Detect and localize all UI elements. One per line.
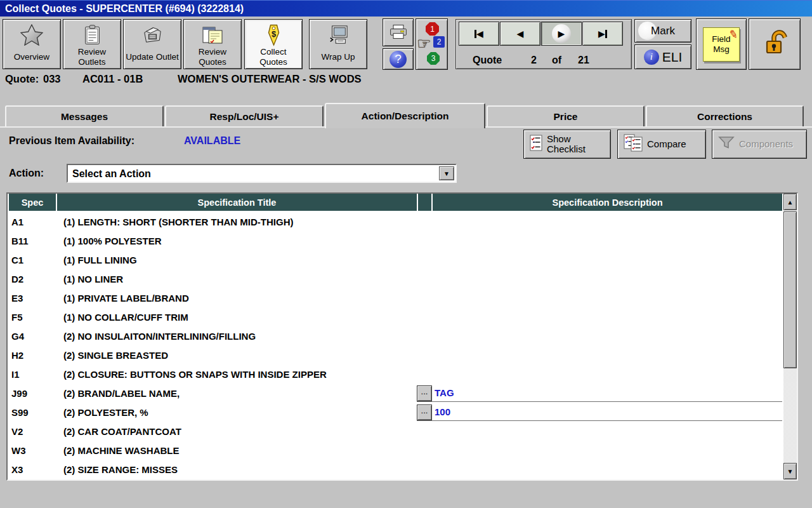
spec-title: (1) PRIVATE LABEL/BRAND [63,293,189,304]
spec-title: (1) NO COLLAR/CUFF TRIM [63,312,188,323]
first-icon-arrow: ◀ [476,29,483,39]
tab-messages[interactable]: Messages [5,105,164,126]
spec-title: (2) MACHINE WASHABLE [63,445,180,456]
pencil-icon: ✎ [728,27,738,41]
previous-quote-button[interactable]: ◀ [500,22,540,46]
action-dropdown[interactable]: Select an Action ▼ [67,164,457,183]
spec-description: 100 [435,406,450,417]
toolbar-button-label: Review Outlets [65,47,119,67]
overview-button[interactable]: Overview [3,19,61,69]
table-row[interactable]: D2 (1) NO LINER [8,269,782,288]
ellipsis-button[interactable]: ... [417,385,432,401]
table-row[interactable]: B11 (1) 100% POLYESTER [8,231,782,250]
spec-title: (2) CAR COAT/PANTCOAT [63,426,181,437]
quote-line-number: 033 [43,73,61,85]
spec-title: (1) NO LINER [63,274,123,284]
svg-text:$: $ [271,29,276,39]
title-bar[interactable]: Collect Quotes - SUPERCENTER (#694) (322… [0,0,812,17]
quote-navigation: ◀ ◀ ▶ ▶ Quote 2 of 21 [455,19,632,69]
tab-price[interactable]: Price [487,105,645,126]
table-row[interactable]: C1 (1) FULL LINING [8,250,782,269]
column-header-title: Specification Title [57,194,417,211]
toolbar-button-label: Review Quotes [185,47,240,67]
funnel-icon [718,136,735,152]
pointing-hand-icon: ☞ [417,34,431,53]
first-quote-button[interactable]: ◀ [459,22,499,46]
tab-action-description[interactable]: Action/Description [325,103,485,128]
table-row[interactable]: E3 (1) PRIVATE LABEL/BRAND [8,288,782,307]
spec-code: V2 [11,426,23,437]
mark-button[interactable]: Mark [634,19,691,43]
tab-label: Corrections [697,111,752,123]
last-quote-button[interactable]: ▶ [582,22,623,46]
column-header-description: Specification Description [433,194,782,211]
table-row[interactable]: J99 (2) BRAND/LABEL NAME, ... TAG [8,384,782,403]
table-row[interactable]: H2 (2) SINGLE BREASTED [8,345,782,364]
components-label: Components [739,139,793,150]
spec-code: D2 [11,274,23,284]
spec-code: B11 [11,236,29,246]
table-row[interactable]: I1 (2) CLOSURE: BUTTONS OR SNAPS WITH IN… [8,364,782,384]
review-quotes-button[interactable]: Review Quotes [183,19,242,69]
wrap-up-button[interactable]: Wrap Up [309,19,367,69]
table-row[interactable]: A1 (1) LENGTH: SHORT (SHORTER THAN MID-T… [8,212,782,231]
quote-counter-of: of [552,55,561,66]
ellipsis-button[interactable]: ... [417,404,432,420]
quote-counter-label: Quote [473,55,502,66]
components-button[interactable]: Components [712,130,807,159]
scroll-up-button[interactable]: ▲ [783,194,797,210]
vertical-scrollbar[interactable]: ▲ ▼ [783,194,797,479]
table-row[interactable]: F5 (1) NO COLLAR/CUFF TRIM [8,307,782,326]
tab-label: Messages [61,111,108,123]
prev-availability-label: Previous Item Availability: [9,135,134,147]
quote-counter-total: 21 [578,55,589,66]
update-outlet-button[interactable]: Update Outlet [123,19,181,69]
show-checklist-button[interactable]: Show Checklist [523,130,611,159]
chevron-down-icon[interactable]: ▼ [439,166,454,180]
spec-title: (2) BRAND/LABEL NAME, [63,388,180,399]
machine-icon [141,23,163,47]
computer-icon [327,23,349,47]
last-icon [605,30,607,38]
quote-line-code: AC011 - 01B [82,73,143,85]
compare-icon [624,134,643,154]
spec-code: E3 [11,293,23,304]
spec-table-rows: A1 (1) LENGTH: SHORT (SHORTER THAN MID-T… [8,212,782,479]
table-row[interactable]: W3 (2) MACHINE WASHABLE [8,441,782,460]
quote-line-label: Quote: [5,73,39,85]
spec-title: (1) LENGTH: SHORT (SHORTER THAN MID-THIG… [63,217,293,227]
help-button[interactable]: ? [383,48,414,70]
tab-label: Action/Description [362,110,449,122]
checklist-icon [530,135,542,154]
scroll-thumb[interactable] [783,211,797,368]
print-button[interactable] [383,18,414,46]
spec-code: G4 [11,331,24,342]
tab-resp-loc-uis[interactable]: Resp/Loc/UIS+ [165,105,324,126]
review-outlets-button[interactable]: Review Outlets [63,19,121,69]
spec-title: (1) 100% POLYESTER [63,236,162,246]
eli-button[interactable]: i ELI [634,44,691,69]
compare-button[interactable]: Compare [617,130,706,159]
table-row[interactable]: X3 (2) SIZE RANGE: MISSES [8,460,782,479]
collect-quotes-button[interactable]: $ Collect Quotes [244,19,303,69]
scroll-down-button[interactable]: ▼ [783,463,797,479]
steps-button[interactable]: 1 ☞ 2 3 [416,18,448,70]
spec-table: Spec Specification Title Specification D… [6,192,798,481]
tab-corrections[interactable]: Corrections [646,105,804,126]
table-row[interactable]: S99 (2) POLYESTER, % ... 100 [8,403,782,422]
tab-label: Resp/Loc/UIS+ [210,111,279,123]
field-msg-button[interactable]: Field Msg ✎ [696,18,747,70]
eli-label: ELI [662,50,683,65]
lock-button[interactable] [749,18,801,70]
spec-title: (2) CLOSURE: BUTTONS OR SNAPS WITH INSID… [63,369,327,380]
quote-counter-current: 2 [531,55,537,66]
spec-description: TAG [435,387,454,398]
last-icon-arrow: ▶ [598,29,605,39]
action-label: Action: [9,168,44,179]
table-row[interactable]: G4 (2) NO INSULAITON/INTERLINING/FILLING [8,326,782,345]
table-row[interactable]: V2 (2) CAR COAT/PANTCOAT [8,422,782,441]
spec-title: (1) FULL LINING [63,255,137,265]
documents-icon [202,23,223,47]
toolbar-button-label: Wrap Up [321,47,355,67]
next-quote-button[interactable]: ▶ [541,22,582,46]
